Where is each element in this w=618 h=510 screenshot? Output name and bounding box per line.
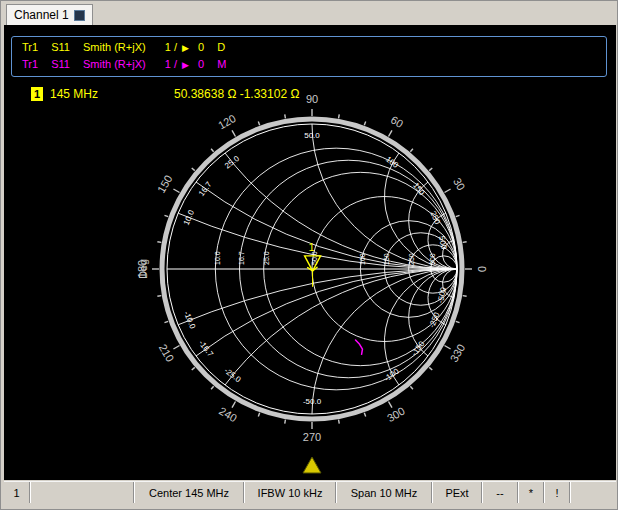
svg-text:-16.7: -16.7 xyxy=(197,339,215,359)
trace-ref-value: 0 xyxy=(198,41,204,53)
svg-text:150: 150 xyxy=(155,173,175,195)
svg-text:0: 0 xyxy=(476,266,488,272)
trace-scale: 1 / xyxy=(165,41,177,53)
svg-text:250: 250 xyxy=(428,210,442,226)
svg-text:150: 150 xyxy=(411,181,427,198)
svg-text:25.0: 25.0 xyxy=(263,251,270,265)
svg-text:240: 240 xyxy=(217,405,239,425)
tab-label: Channel 1 xyxy=(14,8,69,22)
svg-text:50.0: 50.0 xyxy=(304,131,320,140)
svg-text:60: 60 xyxy=(389,113,406,130)
svg-text:30: 30 xyxy=(451,176,468,193)
svg-text:16.7: 16.7 xyxy=(238,251,245,265)
svg-text:-250: -250 xyxy=(427,310,442,329)
trace-info-box: Tr1 S11 Smith (R+jX) 1 / ▶ 0 D Tr1 S11 S… xyxy=(11,36,607,77)
app-window: Channel 1 030609012015018021024027030033… xyxy=(0,0,618,510)
svg-text:270: 270 xyxy=(303,431,321,443)
marker-value: 50.38638 Ω -1.33102 Ω xyxy=(174,87,299,101)
svg-text:-500: -500 xyxy=(436,286,448,304)
diagram-area: 0306090120150180210240270300330Deg10.010… xyxy=(4,25,616,480)
trace-format: Smith (R+jX) xyxy=(83,58,146,70)
svg-text:-50.0: -50.0 xyxy=(303,397,322,406)
svg-text:330: 330 xyxy=(448,342,468,364)
svg-text:10.0: 10.0 xyxy=(214,251,221,265)
trace-scale: 1 / xyxy=(165,58,177,70)
status-spacer xyxy=(30,482,134,503)
status-ref: -- xyxy=(482,482,518,503)
status-pext: PExt xyxy=(432,482,482,503)
tab-channel-1[interactable]: Channel 1 xyxy=(6,4,93,25)
trace-info-line-1[interactable]: Tr1 S11 Smith (R+jX) 1 / ▶ 0 D xyxy=(22,41,225,53)
ref-level-arrow-icon: ▶ xyxy=(182,60,189,70)
ref-level-arrow-icon: ▶ xyxy=(182,43,189,53)
svg-text:250: 250 xyxy=(408,253,415,265)
svg-text:210: 210 xyxy=(157,342,177,364)
status-bar: 1 Center 145 MHz IFBW 10 kHz Span 10 MHz… xyxy=(4,481,616,503)
svg-text:100: 100 xyxy=(359,253,366,265)
marker-number-badge[interactable]: 1 xyxy=(31,87,43,101)
status-warning: ! xyxy=(544,482,570,503)
marker-stimulus: 145 MHz xyxy=(50,87,98,101)
trace-name: Tr1 xyxy=(22,41,38,53)
marker-readout: 1 145 MHz 50.38638 Ω -1.33102 Ω xyxy=(4,87,616,105)
svg-text:-100: -100 xyxy=(382,366,401,383)
trace-name: Tr1 xyxy=(22,58,38,70)
trace-measurement: S11 xyxy=(51,41,70,53)
svg-text:500: 500 xyxy=(429,253,436,265)
svg-text:150: 150 xyxy=(383,253,390,265)
svg-text:100: 100 xyxy=(384,155,401,171)
trace-ref-value: 0 xyxy=(198,58,204,70)
trace-format: Smith (R+jX) xyxy=(83,41,146,53)
svg-text:10.0: 10.0 xyxy=(182,208,197,226)
status-span[interactable]: Span 10 MHz xyxy=(336,482,432,503)
svg-text:120: 120 xyxy=(216,112,238,132)
status-center-freq[interactable]: Center 145 MHz xyxy=(134,482,244,503)
svg-text:-25.0: -25.0 xyxy=(222,366,242,384)
trace-info-line-2[interactable]: Tr1 S11 Smith (R+jX) 1 / ▶ 0 M xyxy=(22,58,226,70)
status-ifbw[interactable]: IFBW 10 kHz xyxy=(244,482,336,503)
svg-text:300: 300 xyxy=(385,405,407,425)
status-star: * xyxy=(518,482,544,503)
svg-text:25.0: 25.0 xyxy=(223,154,241,171)
status-channel-number: 1 xyxy=(4,482,30,503)
svg-text:-10.0: -10.0 xyxy=(182,310,198,331)
trace-measurement: S11 xyxy=(51,58,70,70)
trace-mode: D xyxy=(217,41,225,53)
status-filler xyxy=(570,482,616,503)
channel-tab-bar: Channel 1 xyxy=(3,3,615,25)
svg-text:500: 500 xyxy=(437,235,449,250)
svg-text:16.7: 16.7 xyxy=(197,180,214,198)
svg-text:1: 1 xyxy=(309,241,315,253)
trace-mode: M xyxy=(217,58,226,70)
tab-action-icon[interactable] xyxy=(74,10,85,21)
svg-text:Deg: Deg xyxy=(137,259,149,279)
